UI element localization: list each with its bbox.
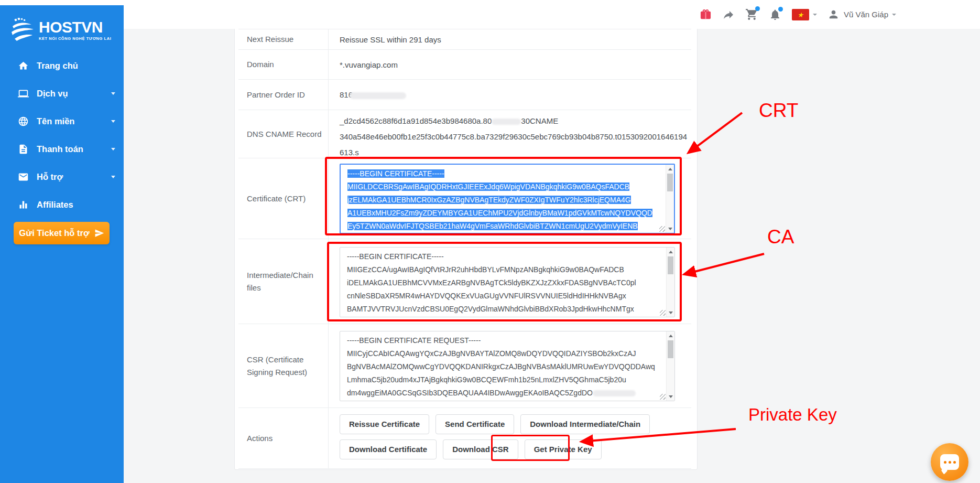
certificate-line: jzELMAkGA1UEBhMCR0IxGzAZBgNVBAgTEkdyZWF0… (347, 196, 631, 204)
download-intermediate-chain-button[interactable]: Download Intermediate/Chain (520, 414, 650, 434)
dns-cname-line2: 340a548e46eb00fb1e25f3c0b44775c8.ba7329f… (340, 129, 691, 160)
sidebar-item-affiliates[interactable]: Affiliates (0, 194, 124, 215)
certificate-textarea[interactable]: -----BEGIN CERTIFICATE----- MIIGLDCCBRSg… (340, 164, 675, 234)
row-value: 816 (329, 80, 691, 110)
row-label: DNS CNAME Record (238, 110, 329, 158)
sidebar-item-trang-chu[interactable]: Trang chủ (0, 55, 124, 76)
table-row-dns-cname: DNS CNAME Record _d2cd4562c88f6d1a91d854… (238, 110, 691, 158)
row-value: Reissue SSL within 291 days (329, 29, 691, 49)
textarea-scrollbar[interactable] (666, 165, 674, 233)
row-value: *.vuvangiap.com (329, 50, 691, 79)
logo-tagline: KẾT NỐI CÔNG NGHỆ TƯƠNG LAI (39, 36, 111, 41)
reissue-certificate-button[interactable]: Reissue Certificate (340, 414, 429, 434)
vietnam-flag-icon (792, 9, 809, 20)
intermediate-line: cnNleSBDaXR5MR4wHAYDVQQKExVUaGUgVVNFUlRS… (347, 289, 661, 303)
user-icon (827, 8, 840, 20)
sidebar-item-label: Hỗ trợ (37, 172, 63, 182)
chevron-down-icon (111, 92, 115, 95)
ssl-detail-table: Next Reissue Reissue SSL within 291 days… (238, 29, 691, 469)
download-certificate-button[interactable]: Download Certificate (340, 439, 437, 459)
resize-grip[interactable] (659, 226, 665, 232)
chevron-down-icon (111, 120, 115, 123)
row-label: Intermediate/Chain files (238, 239, 329, 324)
intermediate-line: MTAxMDAwMDAwMFoXDTMwMTIzMTIzNTk1OVowgYgx… (347, 316, 661, 317)
billing-icon (18, 144, 29, 155)
sidebar-item-label: Trang chủ (37, 61, 78, 71)
sidebar-item-ten-mien[interactable]: Tên miền (0, 111, 124, 132)
language-selector[interactable] (792, 9, 817, 20)
sidebar: HOSTVN KẾT NỐI CÔNG NGHỆ TƯƠNG LAI Trang… (0, 5, 124, 483)
table-row-intermediate: Intermediate/Chain files -----BEGIN CERT… (238, 239, 691, 324)
send-ticket-button[interactable]: Gửi Ticket hỗ trợ (14, 222, 110, 244)
sidebar-item-dich-vu[interactable]: Dịch vụ (0, 83, 124, 104)
csr-line: dm4wggEiMA0GCSqGSIb3DQEBAQUAA4IBDwAwggEK… (347, 387, 661, 400)
csr-line: BgNVBAcMAlZOMQwwCgYDVQQKDANIRkgxCzAJBgNV… (347, 360, 661, 373)
csr-line: LmhmaC5jb20udm4xJTAjBgkqhkiG9w0BCQEWFmh1… (347, 373, 661, 387)
certificate-line: A1UEBxMHU2FsZm9yZDEYMBYGA1UEChMPU2VjdGln… (347, 209, 652, 217)
intermediate-chain-textarea[interactable]: -----BEGIN CERTIFICATE----- MIIGEzCCA/ug… (340, 247, 675, 317)
cart-badge (755, 6, 760, 11)
user-menu[interactable]: Vũ Văn Giáp (827, 8, 896, 20)
table-row-partner-order-id: Partner Order ID 816 (238, 80, 691, 110)
resize-grip[interactable] (660, 394, 666, 400)
gift-button[interactable] (700, 8, 712, 20)
sidebar-item-ho-tro[interactable]: Hỗ trợ (0, 166, 124, 187)
table-row-certificate: Certificate (CRT) -----BEGIN CERTIFICATE… (238, 158, 691, 239)
table-row-actions: Actions Reissue Certificate Send Certifi… (238, 408, 691, 469)
affiliates-chart-icon (18, 199, 29, 210)
row-value: -----BEGIN CERTIFICATE----- MIIGLDCCBRSg… (329, 158, 691, 239)
sidebar-item-thanh-toan[interactable]: Thanh toán (0, 138, 124, 159)
row-value: -----BEGIN CERTIFICATE REQUEST----- MIIC… (329, 324, 691, 407)
chevron-down-icon (111, 176, 115, 178)
table-row-csr: CSR (Certificate Signing Request) -----B… (238, 324, 691, 408)
redacted-value (492, 119, 521, 125)
certificate-line: MIIGLDCCBRSgAwIBAgIQDRHxtGJIEEExJdq6Wpig… (347, 183, 629, 191)
notifications-badge (778, 7, 783, 12)
domain-globe-icon (18, 116, 29, 127)
sidebar-nav: Trang chủ Dịch vụ Tên miền Thanh toán Hỗ… (0, 55, 124, 222)
live-chat-button[interactable] (931, 443, 968, 481)
download-csr-button[interactable]: Download CSR (443, 439, 518, 459)
intermediate-line: MIIGEzCCA/ugAwIBAgIQfVtRJrR2uhHbdBYLvFMN… (347, 263, 661, 276)
chevron-down-icon (892, 14, 896, 16)
redacted-value (350, 92, 406, 99)
send-certificate-button[interactable]: Send Certificate (435, 414, 514, 434)
chevron-down-icon (813, 14, 817, 16)
services-icon (18, 88, 29, 99)
home-icon (18, 60, 29, 71)
chat-bubble-icon (940, 454, 959, 470)
csr-textarea[interactable]: -----BEGIN CERTIFICATE REQUEST----- MIIC… (340, 331, 675, 401)
row-label: Certificate (CRT) (238, 158, 329, 239)
sidebar-item-label: Affiliates (37, 200, 73, 210)
notifications-button[interactable] (769, 8, 781, 21)
csr-line: MIICyjCCAbICAQAwgYQxCzAJBgNVBAYTAlZOMQ8w… (347, 347, 661, 360)
intermediate-line: BAMTJVVTRVJUcnVzdCBSU0EgQ2VydGlmaWNhdGlv… (347, 303, 661, 316)
sidebar-item-label: Tên miền (37, 116, 74, 126)
support-mail-icon (18, 171, 29, 183)
cart-button[interactable] (745, 8, 758, 21)
user-name: Vũ Văn Giáp (844, 10, 888, 19)
certificate-line: -----BEGIN CERTIFICATE----- (347, 169, 444, 178)
row-value: Reissue Certificate Send Certificate Dow… (329, 408, 691, 468)
intermediate-line: -----BEGIN CERTIFICATE----- (347, 250, 661, 263)
hostvn-logo-icon (10, 18, 35, 42)
row-label: CSR (Certificate Signing Request) (238, 324, 329, 407)
paper-plane-icon (94, 228, 104, 238)
row-label: Actions (238, 408, 329, 468)
intermediate-line: iDELMAkGA1UEBhMCVVMxEzARBgNVBAgTCk5ldyBK… (347, 276, 661, 289)
dns-cname-line1: _d2cd4562c88f6d1a91d854e3b984680a.8030CN… (340, 113, 691, 129)
share-button[interactable] (722, 8, 735, 21)
row-label: Partner Order ID (238, 80, 329, 110)
sidebar-item-label: Dịch vụ (37, 89, 68, 99)
get-private-key-button[interactable]: Get Private Key (525, 439, 602, 459)
textarea-scrollbar[interactable] (666, 248, 674, 317)
table-row-domain: Domain *.vuvangiap.com (238, 50, 691, 80)
row-value: -----BEGIN CERTIFICATE----- MIIGEzCCA/ug… (329, 239, 691, 324)
logo-title: HOSTVN (39, 19, 111, 35)
textarea-scrollbar[interactable] (666, 331, 674, 401)
resize-grip[interactable] (660, 310, 666, 316)
table-row-next-reissue: Next Reissue Reissue SSL within 291 days (238, 29, 691, 50)
page: HOSTVN KẾT NỐI CÔNG NGHỆ TƯƠNG LAI Trang… (0, 0, 980, 483)
hostvn-logo[interactable]: HOSTVN KẾT NỐI CÔNG NGHỆ TƯƠNG LAI (10, 15, 115, 45)
row-label: Domain (238, 50, 329, 79)
